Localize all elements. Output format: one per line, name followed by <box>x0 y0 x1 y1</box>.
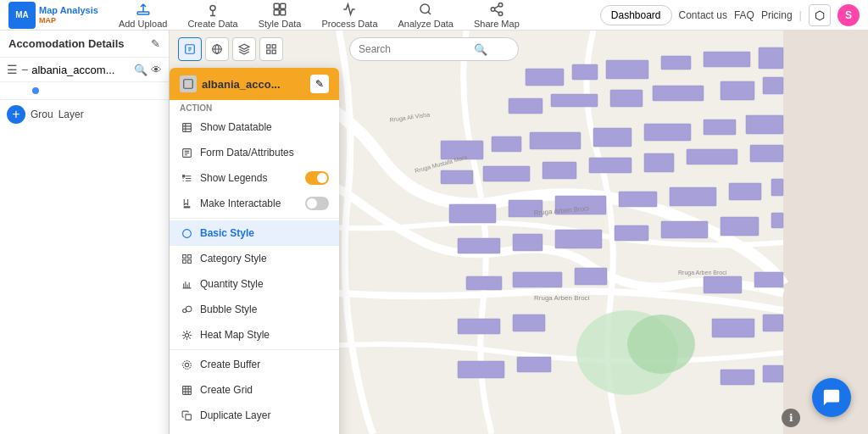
svg-rect-49 <box>615 225 648 241</box>
table-icon <box>180 120 193 134</box>
svg-rect-16 <box>661 56 691 70</box>
info-button[interactable]: ℹ <box>782 409 800 427</box>
svg-rect-83 <box>187 254 191 258</box>
panel-edit-icon[interactable]: ✎ <box>151 37 160 50</box>
menu-create-buffer[interactable]: Create Buffer <box>170 352 339 377</box>
layer-filename: albania_accom... <box>31 64 131 76</box>
svg-rect-62 <box>712 319 754 337</box>
bubble-icon <box>180 303 193 316</box>
grid-tool-button[interactable] <box>259 37 283 61</box>
nav-process-data[interactable]: Process Data <box>314 0 384 31</box>
menu-label-feature[interactable]: Label feature <box>170 428 339 434</box>
svg-rect-5 <box>281 9 286 14</box>
svg-rect-37 <box>687 149 737 164</box>
menu-grid-label: Create Grid <box>200 384 329 396</box>
dashboard-button[interactable]: Dashboard <box>600 5 672 25</box>
map-toolbar <box>178 37 283 61</box>
svg-rect-26 <box>492 136 521 152</box>
brand: MA Map Analysis MAP <box>8 2 98 29</box>
color-dot-row <box>0 82 169 99</box>
svg-rect-35 <box>589 158 632 173</box>
svg-text:Rruga Arben Broci: Rruga Arben Broci <box>533 204 589 217</box>
menu-make-interactable[interactable]: Make Interactable <box>170 191 339 216</box>
menu-show-datatable[interactable]: Show Datatable <box>170 114 339 140</box>
svg-point-12 <box>627 314 695 374</box>
svg-rect-46 <box>458 238 500 253</box>
search-input[interactable] <box>359 43 469 55</box>
svg-rect-77 <box>184 80 193 89</box>
map-area[interactable]: Rruga Arben Broci Rruga Arben Broci Rrug… <box>0 31 868 434</box>
svg-rect-65 <box>763 365 783 382</box>
menu-duplicate-layer[interactable]: Duplicate Layer <box>170 403 339 428</box>
legends-toggle[interactable] <box>305 171 329 185</box>
add-layer-button[interactable]: + <box>7 105 25 124</box>
svg-rect-34 <box>542 162 576 179</box>
faq-link[interactable]: FAQ <box>734 9 754 21</box>
navbar: MA Map Analysis MAP Add Upload Create Da… <box>0 0 868 31</box>
menu-create-grid[interactable]: Create Grid <box>170 377 339 403</box>
chat-bubble[interactable] <box>812 378 851 417</box>
svg-rect-38 <box>750 145 783 162</box>
nav-share-map[interactable]: Share Map <box>467 0 526 31</box>
svg-point-8 <box>491 7 495 11</box>
menu-show-legends[interactable]: Show Legends <box>170 165 339 191</box>
nav-add-upload[interactable]: Add Upload <box>112 0 175 31</box>
svg-rect-41 <box>555 196 606 214</box>
svg-rect-39 <box>449 204 496 223</box>
menu-heatmap-label: Heat Map Style <box>200 329 329 341</box>
nav-analyze-data[interactable]: Analyze Data <box>392 0 460 31</box>
svg-point-88 <box>185 333 188 337</box>
svg-point-81 <box>182 229 191 237</box>
svg-rect-18 <box>759 47 783 69</box>
menu-datatable-label: Show Datatable <box>200 121 329 133</box>
menu-heatmap-style[interactable]: Heat Map Style <box>170 322 339 348</box>
contact-link[interactable]: Contact us <box>679 9 727 21</box>
menu-basic-style[interactable]: Basic Style <box>170 220 339 246</box>
svg-rect-15 <box>606 60 648 79</box>
menu-bubble-style[interactable]: Bubble Style <box>170 297 339 322</box>
menu-divider-2 <box>170 349 339 350</box>
svg-rect-20 <box>551 94 598 107</box>
svg-rect-31 <box>746 115 783 134</box>
cursor-tool-button[interactable] <box>178 37 202 61</box>
menu-form-data[interactable]: Form Data/Attributes <box>170 140 339 165</box>
svg-rect-92 <box>185 414 191 420</box>
search-icon[interactable]: 🔍 <box>134 64 147 76</box>
avatar[interactable]: S <box>837 4 860 26</box>
svg-rect-22 <box>653 86 704 101</box>
menu-edit-button[interactable]: ✎ <box>310 75 329 93</box>
svg-rect-43 <box>670 187 716 206</box>
svg-rect-19 <box>509 98 542 114</box>
svg-rect-75 <box>267 50 270 53</box>
nav-create-data[interactable]: Create Data <box>181 0 244 31</box>
cube-icon[interactable]: ⬡ <box>809 4 831 26</box>
menu-form-label: Form Data/Attributes <box>200 147 329 159</box>
svg-rect-27 <box>530 132 581 149</box>
menu-layer-name: albania_acco... <box>202 78 281 91</box>
layer-tool-button[interactable] <box>232 37 256 61</box>
eye-icon[interactable]: 👁 <box>151 64 162 76</box>
search-bar: 🔍 <box>349 37 519 61</box>
pricing-link[interactable]: Pricing <box>761 9 793 21</box>
map-tool-button[interactable] <box>205 37 229 61</box>
panel-header: Accomodation Details ✎ <box>0 31 169 58</box>
menu-duplicate-label: Duplicate Layer <box>200 409 329 421</box>
menu-category-style[interactable]: Category Style <box>170 246 339 271</box>
svg-rect-44 <box>729 183 761 200</box>
svg-point-6 <box>420 4 430 14</box>
layers-footer: + Grou Layer <box>0 99 169 129</box>
svg-rect-13 <box>526 69 564 86</box>
interactable-toggle[interactable] <box>305 197 329 210</box>
heatmap-icon <box>180 328 193 342</box>
menu-bubble-label: Bubble Style <box>200 303 329 315</box>
svg-rect-40 <box>509 200 542 217</box>
svg-rect-54 <box>513 272 562 287</box>
svg-rect-28 <box>593 128 632 147</box>
menu-quantity-style[interactable]: Quantity Style <box>170 271 339 297</box>
nav-style-data[interactable]: Style Data <box>252 0 309 31</box>
svg-rect-91 <box>182 386 191 394</box>
svg-rect-52 <box>771 213 783 228</box>
menu-quantity-label: Quantity Style <box>200 278 329 290</box>
svg-rect-56 <box>458 319 500 334</box>
form-icon <box>180 146 193 159</box>
